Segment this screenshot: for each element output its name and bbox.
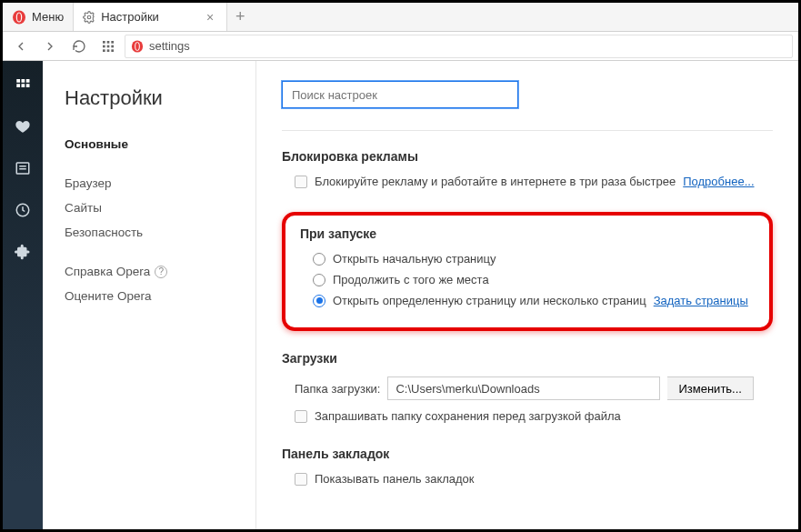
rail-extensions-icon[interactable] [8, 241, 37, 263]
opera-mini-icon [131, 40, 144, 53]
bookmarks-bar-heading: Панель закладок [282, 447, 773, 461]
startup-opt3-label: Открыть определенную страницу или нескол… [333, 294, 646, 307]
bookmarks-bar-label: Показывать панель закладок [315, 472, 475, 486]
downloads-label: Папка загрузки: [295, 382, 380, 396]
group-downloads: Загрузки Папка загрузки: Изменить... Зап… [282, 351, 773, 423]
address-bar[interactable] [125, 35, 793, 58]
svg-rect-6 [111, 41, 114, 44]
menu-button[interactable]: Меню [3, 3, 73, 31]
toolbar [3, 32, 798, 61]
downloads-heading: Загрузки [282, 351, 773, 366]
svg-rect-11 [107, 49, 110, 52]
back-button[interactable] [8, 34, 34, 59]
forward-button[interactable] [37, 34, 63, 59]
svg-point-2 [17, 13, 21, 21]
address-input[interactable] [149, 39, 786, 53]
downloads-ask-checkbox[interactable] [295, 410, 307, 423]
nav-item-security[interactable]: Безопасность [65, 226, 234, 239]
svg-rect-12 [111, 49, 114, 52]
reload-button[interactable] [66, 34, 92, 59]
settings-content: Блокировка рекламы Блокируйте рекламу и … [256, 61, 798, 529]
rail-bookmarks-icon[interactable] [8, 115, 37, 137]
nav-item-help[interactable]: Справка Opera ? [65, 265, 234, 278]
search-settings-input[interactable] [282, 81, 518, 108]
close-tab-icon[interactable]: × [203, 10, 217, 25]
adblock-heading: Блокировка рекламы [282, 149, 773, 164]
svg-rect-21 [26, 84, 30, 87]
svg-rect-4 [103, 41, 105, 44]
nav-item-sites[interactable]: Сайты [65, 201, 234, 215]
svg-rect-20 [22, 84, 25, 87]
svg-point-15 [135, 43, 139, 50]
svg-rect-18 [26, 79, 30, 83]
group-adblock: Блокировка рекламы Блокируйте рекламу и … [282, 149, 773, 188]
downloads-ask-label: Запрашивать папку сохранения перед загру… [315, 409, 621, 423]
new-tab-button[interactable]: + [227, 7, 253, 26]
speed-dial-button[interactable] [95, 34, 121, 59]
startup-radio-continue[interactable] [313, 274, 325, 286]
opera-logo-icon [12, 10, 26, 25]
svg-point-3 [87, 15, 91, 19]
startup-set-pages-link[interactable]: Задать страницы [654, 294, 748, 307]
rail-history-icon[interactable] [8, 199, 37, 221]
settings-nav: Настройки Основные Браузер Сайты Безопас… [43, 61, 256, 529]
adblock-label: Блокируйте рекламу и работайте в интерне… [315, 175, 676, 188]
startup-opt2-label: Продолжить с того же места [333, 273, 489, 286]
rail-news-icon[interactable] [8, 157, 37, 179]
rail-speeddial-icon[interactable] [8, 74, 37, 95]
startup-opt1-label: Открыть начальную страницу [333, 252, 496, 266]
help-badge-icon: ? [155, 266, 167, 278]
downloads-path-input[interactable] [387, 376, 660, 400]
nav-item-rate[interactable]: Оцените Opera [65, 289, 234, 303]
downloads-change-button[interactable]: Изменить... [667, 376, 753, 400]
svg-rect-19 [16, 84, 20, 87]
menu-label: Меню [32, 10, 64, 24]
svg-rect-16 [16, 79, 20, 83]
adblock-more-link[interactable]: Подробнее... [683, 175, 754, 188]
startup-heading: При запуске [300, 226, 755, 241]
startup-radio-specific[interactable] [313, 295, 325, 307]
svg-rect-5 [107, 41, 110, 44]
svg-rect-7 [103, 45, 105, 47]
tab-strip: Меню Настройки × + [3, 3, 798, 32]
page-title: Настройки [65, 86, 234, 110]
svg-rect-9 [111, 45, 114, 47]
startup-radio-start-page[interactable] [313, 253, 325, 266]
group-bookmarks-bar: Панель закладок Показывать панель заклад… [282, 447, 773, 486]
svg-rect-8 [107, 45, 110, 47]
svg-rect-10 [103, 49, 105, 52]
tab-title: Настройки [101, 10, 159, 24]
tab-settings[interactable]: Настройки × [73, 3, 227, 31]
bookmarks-bar-checkbox[interactable] [295, 473, 307, 486]
gear-icon [83, 11, 95, 24]
group-startup: При запуске Открыть начальную страницу П… [282, 212, 773, 331]
nav-item-main[interactable]: Основные [65, 137, 234, 151]
adblock-checkbox[interactable] [295, 176, 307, 188]
nav-item-browser[interactable]: Браузер [65, 176, 234, 190]
sidebar-rail [3, 61, 43, 529]
svg-rect-17 [22, 79, 25, 83]
divider [282, 130, 773, 131]
